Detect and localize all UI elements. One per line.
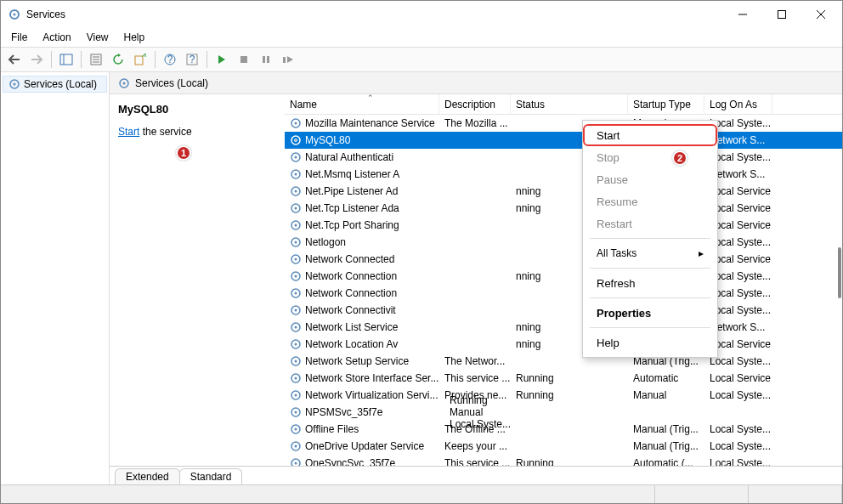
service-icon xyxy=(290,219,302,231)
tree-root-services-local[interactable]: Services (Local) xyxy=(3,76,107,93)
svg-point-32 xyxy=(295,173,297,176)
svg-rect-12 xyxy=(135,56,143,65)
service-icon xyxy=(290,355,302,367)
svg-point-38 xyxy=(295,224,297,227)
service-row[interactable]: Net.Tcp Port SharingManualLocal Service xyxy=(285,217,842,234)
svg-rect-20 xyxy=(283,57,286,63)
refresh-button[interactable] xyxy=(108,49,128,70)
service-name-cell: Net.Pipe Listener Ad xyxy=(285,185,439,197)
svg-point-22 xyxy=(14,83,16,86)
ctx-properties[interactable]: Properties xyxy=(583,302,717,324)
list-body[interactable]: Mozilla Maintenance ServiceThe Mozilla .… xyxy=(285,115,842,466)
forward-button[interactable] xyxy=(26,49,47,70)
ctx-all-tasks[interactable]: All Tasks▸ xyxy=(583,242,717,264)
tab-extended[interactable]: Extended xyxy=(115,468,180,484)
window-title: Services xyxy=(26,8,723,20)
service-row[interactable]: Net.Pipe Listener AdnningAutomaticLocal … xyxy=(285,183,842,200)
service-icon xyxy=(290,457,302,466)
service-name-cell: Offline Files xyxy=(285,423,439,435)
service-name-cell: NPSMSvc_35f7e xyxy=(285,406,439,418)
service-row[interactable]: NPSMSvc_35f7eRunningManualLocal Syste... xyxy=(285,404,842,421)
start-service-link[interactable]: Start xyxy=(118,126,139,138)
ctx-separator xyxy=(590,297,710,298)
properties-button[interactable] xyxy=(86,49,106,70)
service-row[interactable]: Net.Msmq Listener ADisabledNetwork S... xyxy=(285,166,842,183)
service-row[interactable]: Network Setup ServiceThe Networ...Manual… xyxy=(285,353,842,370)
svg-point-64 xyxy=(295,445,297,448)
help-topic-button[interactable]: ? xyxy=(182,49,202,70)
menu-action[interactable]: Action xyxy=(36,30,77,45)
service-icon xyxy=(290,338,302,350)
help-button[interactable]: ? xyxy=(160,49,180,70)
service-name-cell: Network Connected xyxy=(285,253,439,265)
service-status-cell: Running xyxy=(444,394,511,406)
service-icon xyxy=(290,253,302,265)
menu-view[interactable]: View xyxy=(80,30,116,45)
service-startup-cell: Manual (Trig... xyxy=(628,423,704,435)
service-row[interactable]: Network ConnectedManual (Trig...Local Se… xyxy=(285,251,842,268)
show-hide-tree-button[interactable] xyxy=(56,49,76,70)
detail-header: Services (Local) xyxy=(110,72,842,94)
detail-header-label: Services (Local) xyxy=(135,77,208,89)
service-row[interactable]: Network Store Interface Ser...This servi… xyxy=(285,370,842,387)
back-button[interactable] xyxy=(4,49,25,70)
service-row[interactable]: Net.Tcp Listener AdanningAutomaticLocal … xyxy=(285,200,842,217)
close-button[interactable] xyxy=(801,2,840,27)
service-logon-cell: Local Syste... xyxy=(704,440,772,452)
svg-point-66 xyxy=(295,462,297,465)
service-row[interactable]: Natural AuthenticatiManual (Trig...Local… xyxy=(285,149,842,166)
column-startup-type[interactable]: Startup Type xyxy=(628,94,704,114)
column-status[interactable]: Status xyxy=(511,94,628,114)
service-name-cell: Network Setup Service xyxy=(285,355,439,367)
column-name[interactable]: Name⌃ xyxy=(285,94,439,114)
scrollbar-thumb[interactable] xyxy=(838,247,841,298)
svg-point-24 xyxy=(123,82,126,84)
service-row[interactable]: Network ConnectivitManual (Trig...Local … xyxy=(285,302,842,319)
ctx-resume: Resume xyxy=(583,190,717,212)
service-row[interactable]: NetlogonManualLocal Syste... xyxy=(285,234,842,251)
tab-standard[interactable]: Standard xyxy=(179,468,243,484)
services-app-icon xyxy=(8,8,21,21)
ctx-separator xyxy=(590,327,710,328)
context-menu: Start Stop Pause Resume Restart All Task… xyxy=(582,120,718,358)
svg-point-44 xyxy=(295,275,297,278)
service-name-cell: Network Connectivit xyxy=(285,304,439,316)
start-service-button[interactable] xyxy=(212,49,232,70)
menu-help[interactable]: Help xyxy=(117,30,152,45)
pause-service-button[interactable] xyxy=(256,49,276,70)
service-name-cell: Net.Msmq Listener A xyxy=(285,168,439,180)
service-row[interactable]: OneSyncSvc_35f7eThis service ...RunningA… xyxy=(285,455,842,466)
column-description[interactable]: Description xyxy=(439,94,511,114)
service-row[interactable]: Offline FilesThe Offline ...Manual (Trig… xyxy=(285,421,842,438)
service-row[interactable]: Network Location AvnningManualLocal Serv… xyxy=(285,336,842,353)
service-row[interactable]: Network Virtualization Servi...Provides … xyxy=(285,387,842,404)
services-list: Name⌃ Description Status Startup Type Lo… xyxy=(285,94,842,466)
minimize-button[interactable] xyxy=(723,2,762,27)
service-name-cell: MySQL80 xyxy=(285,134,439,146)
service-row[interactable]: Network ConnectionManualLocal Syste... xyxy=(285,285,842,302)
ctx-help[interactable]: Help xyxy=(583,331,717,354)
ctx-refresh[interactable]: Refresh xyxy=(583,272,717,294)
service-desc-cell: The Mozilla ... xyxy=(439,117,511,129)
ctx-start[interactable]: Start xyxy=(583,124,717,146)
window-controls xyxy=(723,2,840,27)
svg-point-50 xyxy=(295,326,297,329)
menu-file[interactable]: File xyxy=(4,30,34,45)
chevron-right-icon: ▸ xyxy=(699,247,704,259)
toolbar: ? ? xyxy=(1,47,842,72)
titlebar: Services xyxy=(1,1,842,28)
maximize-button[interactable] xyxy=(762,2,801,27)
column-log-on-as[interactable]: Log On As xyxy=(704,94,772,114)
service-row[interactable]: MySQL80AutomaticNetwork S... xyxy=(285,132,842,149)
service-row[interactable]: Network ConnectionnningManual (Trig...Lo… xyxy=(285,268,842,285)
svg-text:?: ? xyxy=(167,54,173,65)
export-button[interactable] xyxy=(130,49,150,70)
service-row[interactable]: Mozilla Maintenance ServiceThe Mozilla .… xyxy=(285,115,842,132)
service-name-cell: Network Location Av xyxy=(285,338,439,350)
stop-service-button[interactable] xyxy=(234,49,254,70)
service-row[interactable]: OneDrive Updater ServiceKeeps your ...Ma… xyxy=(285,438,842,455)
restart-service-button[interactable] xyxy=(278,49,298,70)
action-line: Start the service xyxy=(118,126,276,138)
service-desc-cell: Keeps your ... xyxy=(439,440,511,452)
service-row[interactable]: Network List ServicenningManualNetwork S… xyxy=(285,319,842,336)
